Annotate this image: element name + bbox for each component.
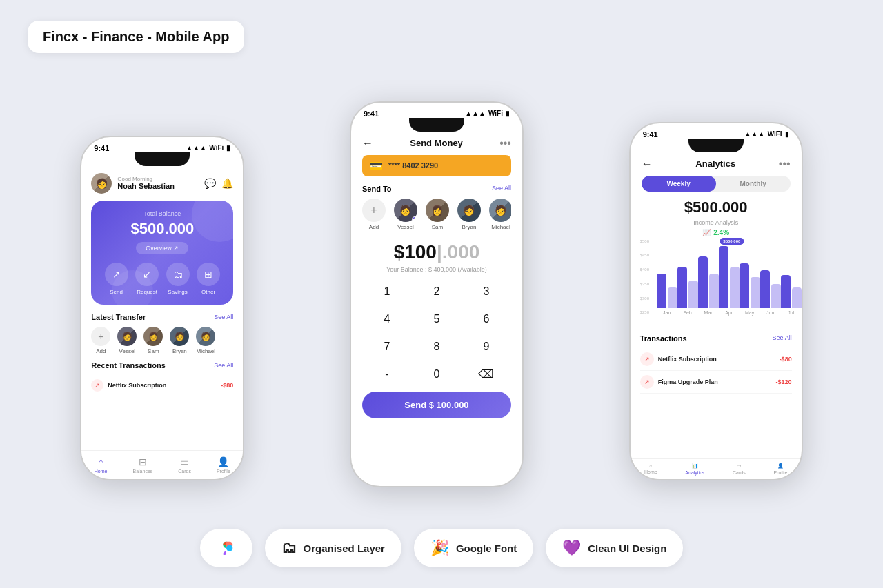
nav-cards[interactable]: ▭ Cards xyxy=(178,456,191,474)
period-tabs: Weekly Monthly xyxy=(642,176,791,192)
tab-weekly[interactable]: Weekly xyxy=(642,176,716,192)
tx-see-all[interactable]: See All xyxy=(773,334,792,343)
tab-monthly[interactable]: Monthly xyxy=(716,176,791,192)
tx-section-title: Transactions xyxy=(640,334,687,343)
tx-row-netflix: ↗ Netflix Subscription -$80 xyxy=(640,348,792,371)
apr-label: Apr xyxy=(725,310,733,315)
phone-3: 9:41 ▲▲▲ WiFi ▮ ← Analytics ••• Weekly M… xyxy=(629,122,803,480)
key-2[interactable]: 2 xyxy=(419,281,455,302)
nav3-analytics[interactable]: 📊 Analytics xyxy=(685,463,704,475)
bar-jul: Jul xyxy=(781,275,802,315)
sam-contact-name: Sam xyxy=(432,224,443,230)
apr-bar-light xyxy=(730,267,740,308)
tx-netflix-name: Netflix Subscription xyxy=(108,382,166,389)
figma-tx-left: ↗ Figma Upgrade Plan xyxy=(640,375,718,389)
key-7[interactable]: 7 xyxy=(369,336,405,357)
contact-vessel[interactable]: 🧑 Vessel xyxy=(394,199,417,230)
overview-button[interactable]: Overview ↗ xyxy=(136,242,188,254)
feb-label: Feb xyxy=(684,310,692,315)
numpad-row-2: 4 5 6 xyxy=(362,309,511,330)
phone1-notch xyxy=(135,152,190,166)
add-label: Add xyxy=(96,348,106,354)
phone3-more-button[interactable]: ••• xyxy=(779,158,791,170)
vessel-name: Vessel xyxy=(119,348,136,354)
request-action[interactable]: ↙ Request xyxy=(135,263,159,295)
y-label-400: $400 xyxy=(640,267,654,272)
key-6[interactable]: 6 xyxy=(468,309,504,330)
contact-bryan[interactable]: 🧑 Bryan xyxy=(457,199,481,230)
send-to-see-all[interactable]: See All xyxy=(492,185,511,193)
key-4[interactable]: 4 xyxy=(369,309,405,330)
more-button[interactable]: ••• xyxy=(499,137,511,150)
transfer-bryan[interactable]: 🧑 Bryan xyxy=(170,327,189,354)
back-button[interactable]: ← xyxy=(362,137,373,150)
feb-bar-purple xyxy=(677,267,687,308)
bar-feb: Feb xyxy=(677,267,698,315)
transfer-vessel[interactable]: 🧑 Vessel xyxy=(117,327,137,354)
user-name: Noah Sebastian xyxy=(117,182,175,190)
tx-netflix: ↗ Netflix Subscription -$80 xyxy=(91,375,233,396)
bryan-avatar: 🧑 xyxy=(170,327,189,346)
bell-icon[interactable]: 🔔 xyxy=(221,178,233,189)
phone3-back-button[interactable]: ← xyxy=(642,158,653,170)
phone1-bottom-nav: ⌂ Home ⊟ Balances ▭ Cards 👤 Profile xyxy=(81,450,243,479)
other-icon: ⊞ xyxy=(197,263,220,286)
nav3-profile[interactable]: 👤 Profile xyxy=(773,463,787,475)
figma-icon xyxy=(217,538,236,558)
other-label: Other xyxy=(201,289,215,295)
may-bar-purple xyxy=(740,263,749,308)
nav3-analytics-icon: 📊 xyxy=(692,463,698,469)
key-1[interactable]: 1 xyxy=(369,281,405,302)
mar-label: Mar xyxy=(704,310,713,315)
transfer-list: + Add 🧑 Vessel 👩 Sam 🧑 Bryan 🧑 Mic xyxy=(91,327,233,354)
netflix-tx-name: Netflix Subscription xyxy=(658,356,717,363)
nav3-cards[interactable]: ▭ Cards xyxy=(733,463,746,475)
svg-point-0 xyxy=(226,545,232,551)
key-5[interactable]: 5 xyxy=(419,309,455,330)
card-number: **** 8402 3290 xyxy=(388,161,438,170)
chat-icon[interactable]: 💬 xyxy=(204,178,216,189)
amount-decimal: |.000 xyxy=(437,241,479,263)
key-dash[interactable]: - xyxy=(369,364,405,385)
other-action[interactable]: ⊞ Other xyxy=(197,263,220,295)
nav-profile[interactable]: 👤 Profile xyxy=(217,456,230,474)
nav-home[interactable]: ⌂ Home xyxy=(95,456,108,474)
contact-sam[interactable]: 👩 Sam xyxy=(426,199,449,230)
key-9[interactable]: 9 xyxy=(468,336,504,357)
may-label: May xyxy=(745,310,754,315)
send-button[interactable]: Send $ 100.000 xyxy=(362,392,511,418)
analytics-amount: $500.000 xyxy=(631,199,802,216)
sam-name: Sam xyxy=(148,348,159,354)
savings-action[interactable]: 🗂 Savings xyxy=(166,263,190,295)
may-bar-light xyxy=(751,277,760,308)
nav3-home[interactable]: ⌂ Home xyxy=(644,463,657,475)
key-0[interactable]: 0 xyxy=(419,364,455,385)
contact-add[interactable]: + Add xyxy=(362,199,386,230)
key-backspace[interactable]: ⌫ xyxy=(468,364,504,385)
tx-netflix-left: ↗ Netflix Subscription xyxy=(91,379,166,392)
contact-michael[interactable]: 🧑 Michael xyxy=(489,199,511,230)
send-action[interactable]: ↗ Send xyxy=(105,263,128,295)
layer-icon: 🗂 xyxy=(281,539,297,557)
cards-icon: ▭ xyxy=(180,456,189,467)
latest-transfer-see-all[interactable]: See All xyxy=(214,314,233,321)
numpad-row-3: 7 8 9 xyxy=(362,336,511,357)
chart-tooltip: $500,000 xyxy=(720,238,744,245)
michael-avatar: 🧑 xyxy=(196,327,215,346)
bryan-contact-name: Bryan xyxy=(462,224,477,230)
key-3[interactable]: 3 xyxy=(468,281,504,302)
nav-balances[interactable]: ⊟ Balances xyxy=(132,456,152,474)
jun-bar-purple xyxy=(760,270,770,308)
phone2-status-icons: ▲▲▲ WiFi ▮ xyxy=(465,110,510,117)
numpad: 1 2 3 4 5 6 7 8 9 - 0 ⌫ xyxy=(351,281,522,385)
transfer-add[interactable]: + Add xyxy=(91,327,110,354)
recent-tx-see-all[interactable]: See All xyxy=(214,362,233,369)
nav3-cards-icon: ▭ xyxy=(737,463,742,469)
bryan-contact-avatar: 🧑 xyxy=(457,199,481,222)
key-8[interactable]: 8 xyxy=(419,336,455,357)
nav3-profile-label: Profile xyxy=(773,470,787,475)
transfer-michael[interactable]: 🧑 Michael xyxy=(196,327,215,354)
transfer-sam[interactable]: 👩 Sam xyxy=(143,327,163,354)
michael-contact-avatar: 🧑 xyxy=(489,199,511,222)
request-icon: ↙ xyxy=(135,263,159,286)
